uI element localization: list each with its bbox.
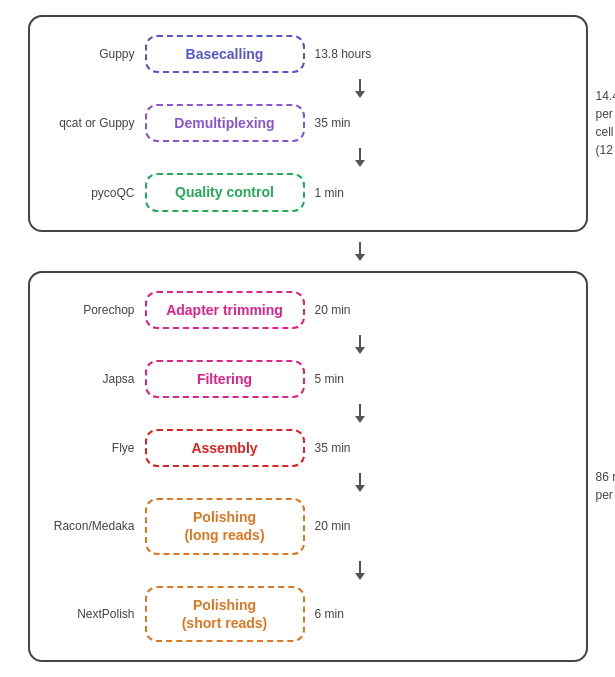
step-row: NextPolishPolishing(short reads)6 min	[40, 586, 576, 642]
step-arrow	[40, 79, 576, 98]
step-row: qcat or GuppyDemultiplexing35 min	[40, 104, 576, 142]
step-label: Guppy	[40, 47, 145, 61]
step-time: 35 min	[315, 441, 375, 455]
box2-assembly: PorechopAdapter trimming20 minJapsaFilte…	[28, 271, 588, 662]
step-time: 6 min	[315, 607, 375, 621]
step-label: Japsa	[40, 372, 145, 386]
box1-preprocessing: GuppyBasecalling13.8 hoursqcat or GuppyD…	[28, 15, 588, 232]
step-box: Basecalling	[145, 35, 305, 73]
step-row: FlyeAssembly35 min	[40, 429, 576, 467]
step-row: GuppyBasecalling13.8 hours	[40, 35, 576, 73]
step-label: Racon/Medaka	[40, 519, 145, 533]
step-label: qcat or Guppy	[40, 116, 145, 130]
step-box: Polishing(long reads)	[145, 498, 305, 554]
step-row: Racon/MedakaPolishing(long reads)20 min	[40, 498, 576, 554]
step-arrow	[40, 335, 576, 354]
step-row: PorechopAdapter trimming20 min	[40, 291, 576, 329]
workflow-diagram: GuppyBasecalling13.8 hoursqcat or GuppyD…	[18, 5, 598, 672]
step-label: Flye	[40, 441, 145, 455]
step-arrow	[40, 404, 576, 423]
step-label: Porechop	[40, 303, 145, 317]
step-time: 20 min	[315, 303, 375, 317]
step-box: Demultiplexing	[145, 104, 305, 142]
step-box: Quality control	[145, 173, 305, 211]
step-box: Adapter trimming	[145, 291, 305, 329]
step-box: Assembly	[145, 429, 305, 467]
step-arrow	[40, 561, 576, 580]
step-box: Polishing(short reads)	[145, 586, 305, 642]
step-arrow	[40, 473, 576, 492]
inter-box-arrow	[28, 242, 588, 261]
step-time: 1 min	[315, 186, 375, 200]
step-label: pycoQC	[40, 186, 145, 200]
box2-side-note: 86 minper sample	[596, 468, 616, 504]
step-time: 13.8 hours	[315, 47, 375, 61]
step-time: 5 min	[315, 372, 375, 386]
box1-side-note: 14.4 hoursper MinION flow cell(12 sample…	[596, 87, 616, 159]
step-time: 35 min	[315, 116, 375, 130]
step-label: NextPolish	[40, 607, 145, 621]
step-row: pycoQCQuality control1 min	[40, 173, 576, 211]
step-row: JapsaFiltering5 min	[40, 360, 576, 398]
step-arrow	[40, 148, 576, 167]
step-time: 20 min	[315, 519, 375, 533]
step-box: Filtering	[145, 360, 305, 398]
